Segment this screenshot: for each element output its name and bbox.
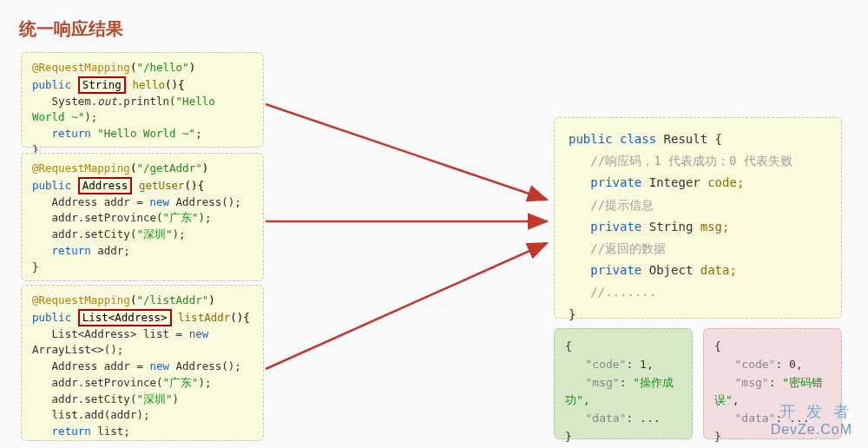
return-type-box: Address: [78, 177, 133, 194]
kw-private: private: [590, 175, 641, 189]
txt: addr.setProvince(: [52, 211, 163, 224]
json-key: "msg": [734, 376, 768, 389]
brace: {: [714, 338, 831, 356]
json-success-panel: { "code": 1, "msg": "操作成功", "data": ... …: [554, 328, 693, 439]
class-name: Result {: [656, 132, 722, 146]
str: "深圳": [136, 227, 172, 240]
kw-return: return: [52, 127, 98, 140]
json-val: : ...: [626, 412, 660, 425]
kw-return: return: [52, 244, 98, 257]
kw-return: return: [52, 425, 98, 438]
watermark-line1: 开 发 者: [771, 401, 852, 422]
json-key: "code": [585, 358, 626, 371]
str: "Hello World ~": [97, 127, 195, 140]
txt: Object: [641, 263, 700, 277]
kw-new: new: [149, 359, 169, 372]
kw-new: new: [189, 327, 209, 340]
txt: addr.setCity(: [52, 392, 137, 405]
kw-public: public: [32, 78, 71, 91]
str: "广东": [163, 376, 199, 389]
txt: ,: [733, 393, 740, 406]
txt: out: [97, 95, 117, 108]
str: "广东": [163, 211, 199, 224]
method-name: listAddr: [178, 311, 230, 324]
annotation: @RequestMapping: [32, 61, 130, 74]
txt: list.add(addr);: [52, 408, 150, 421]
json-key: "data": [585, 412, 626, 425]
code-block-getaddr: @RequestMapping("/getAddr") public Addre…: [21, 153, 264, 281]
comment: //返回的数据: [590, 241, 666, 255]
txt: Address();: [169, 359, 241, 372]
field: data;: [700, 263, 737, 277]
kw-public: public: [32, 311, 71, 324]
code-block-listaddr: @RequestMapping("/listAddr") public List…: [21, 285, 264, 441]
json-key: "data": [734, 412, 775, 425]
txt: :: [769, 376, 783, 389]
return-type-box: List<Address>: [78, 309, 172, 326]
txt: addr.setCity(: [52, 227, 137, 240]
str: "深圳": [136, 392, 172, 405]
brace: }: [565, 428, 681, 446]
method-name: hello: [132, 78, 165, 91]
txt: String: [641, 220, 700, 234]
svg-line-3: [266, 243, 547, 369]
txt: Integer: [641, 175, 707, 189]
txt: );: [199, 211, 212, 224]
txt: addr;: [97, 244, 130, 257]
code-block-hello: @RequestMapping("/hello") public String …: [21, 52, 264, 148]
comment: //提示信息: [590, 198, 654, 212]
txt: List<Address> list =: [52, 327, 189, 340]
txt: ,: [583, 393, 590, 406]
anno-arg: "/getAddr": [136, 161, 201, 175]
txt: );: [172, 227, 185, 240]
txt: Address addr =: [52, 195, 150, 208]
json-key: "msg": [585, 376, 619, 389]
field: msg;: [700, 220, 730, 234]
comment: //响应码，1 代表成功；0 代表失败: [590, 154, 792, 168]
anno-arg: "/listAddr": [136, 293, 208, 306]
anno-arg: "/hello": [136, 61, 188, 74]
page-title: 统一响应结果: [19, 17, 123, 41]
watermark-line2: DevZe.CoM: [771, 422, 852, 438]
kw-new: new: [149, 195, 169, 208]
result-class-panel: public class Result { //响应码，1 代表成功；0 代表失…: [554, 117, 842, 319]
txt: ;: [195, 127, 202, 140]
annotation: @RequestMapping: [32, 161, 130, 175]
kw-public: public: [32, 179, 71, 192]
json-key: "code": [734, 358, 775, 371]
comment: //.......: [590, 285, 656, 299]
txt: Address();: [169, 195, 241, 208]
brace: {: [565, 338, 681, 356]
annotation: @RequestMapping: [32, 293, 130, 306]
txt: ArrayList<>();: [32, 343, 123, 356]
method-name: getUser: [139, 179, 185, 192]
kw-class: public class: [569, 132, 656, 146]
kw-private: private: [590, 263, 641, 277]
json-val: : 1,: [626, 358, 653, 371]
svg-line-1: [266, 104, 547, 200]
txt: :: [620, 376, 634, 389]
brace: }: [32, 260, 253, 276]
txt: Address addr =: [52, 359, 150, 372]
txt: );: [199, 376, 212, 389]
watermark: 开 发 者 DevZe.CoM: [771, 401, 852, 438]
txt: addr.setProvince(: [52, 376, 163, 389]
return-type-box: String: [78, 76, 126, 94]
txt: );: [84, 110, 97, 123]
txt: ): [172, 392, 179, 405]
brace: }: [569, 304, 827, 326]
txt: .println(: [117, 95, 176, 108]
field: code;: [707, 175, 744, 189]
json-val: : 0,: [775, 358, 802, 371]
txt: list;: [97, 425, 130, 438]
txt: System.: [52, 95, 98, 108]
kw-private: private: [590, 220, 641, 234]
